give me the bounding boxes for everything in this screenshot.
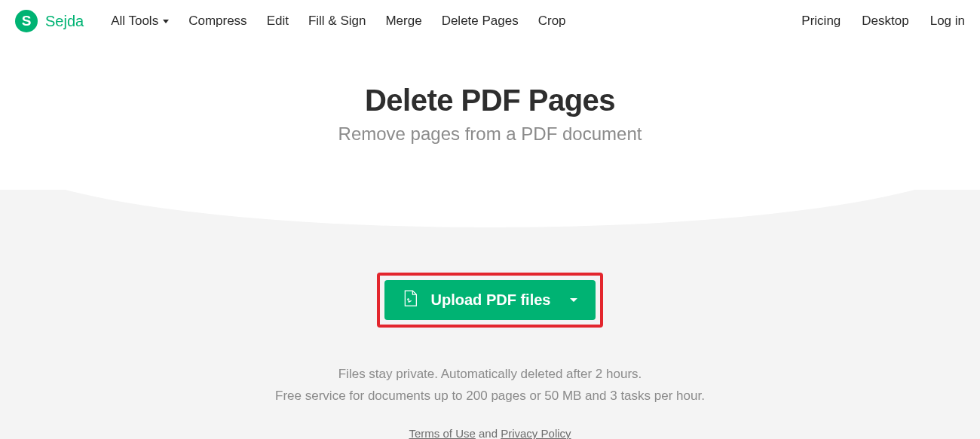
page-subtitle: Remove pages from a PDF document: [0, 123, 980, 145]
chevron-down-icon: [163, 20, 169, 23]
upload-highlight-box: Upload PDF files: [377, 273, 604, 328]
page-title: Delete PDF Pages: [0, 84, 980, 117]
upload-section: Upload PDF files Files stay private. Aut…: [0, 190, 980, 439]
privacy-info-line1: Files stay private. Automatically delete…: [0, 364, 980, 386]
main-content: Delete PDF Pages Remove pages from a PDF…: [0, 42, 980, 439]
nav-crop[interactable]: Crop: [538, 14, 566, 29]
terms-of-use-link[interactable]: Terms of Use: [409, 427, 475, 439]
legal-separator: and: [476, 427, 501, 439]
nav-login[interactable]: Log in: [930, 14, 965, 29]
privacy-policy-link[interactable]: Privacy Policy: [501, 427, 571, 439]
nav-pricing[interactable]: Pricing: [801, 14, 841, 29]
nav-desktop[interactable]: Desktop: [862, 14, 908, 29]
brand-logo[interactable]: S Sejda: [15, 10, 84, 32]
nav-fill-sign[interactable]: Fill & Sign: [308, 14, 366, 29]
primary-nav: All Tools Compress Edit Fill & Sign Merg…: [111, 14, 565, 29]
secondary-nav: Pricing Desktop Log in: [801, 14, 965, 29]
brand-name: Sejda: [45, 13, 84, 30]
nav-all-tools-label: All Tools: [111, 14, 158, 29]
nav-compress[interactable]: Compress: [188, 14, 247, 29]
pdf-file-icon: [403, 289, 418, 311]
caret-down-icon: [570, 298, 577, 302]
nav-merge[interactable]: Merge: [385, 14, 421, 29]
nav-delete-pages[interactable]: Delete Pages: [442, 14, 519, 29]
nav-edit[interactable]: Edit: [267, 14, 289, 29]
logo-mark-icon: S: [15, 10, 38, 32]
limits-info-line2: Free service for documents up to 200 pag…: [0, 386, 980, 407]
upload-button-label: Upload PDF files: [431, 291, 551, 309]
top-header: S Sejda All Tools Compress Edit Fill & S…: [0, 0, 980, 42]
nav-all-tools[interactable]: All Tools: [111, 14, 169, 29]
legal-links: Terms of Use and Privacy Policy: [0, 427, 980, 439]
upload-pdf-button[interactable]: Upload PDF files: [384, 280, 596, 320]
